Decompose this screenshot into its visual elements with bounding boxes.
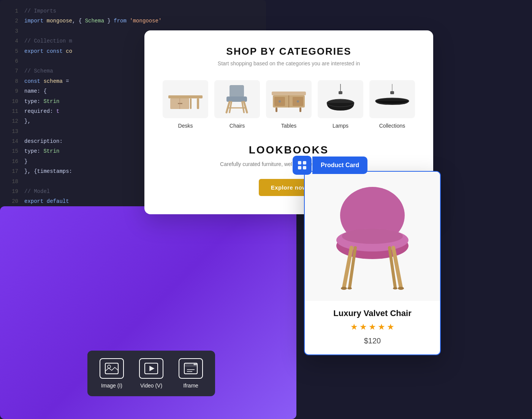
svg-point-37 xyxy=(342,229,403,244)
svg-rect-4 xyxy=(178,103,182,104)
toolbar-video-label: Video (V) xyxy=(140,383,162,389)
video-icon-box xyxy=(139,358,163,379)
badge-label-text: Product Card xyxy=(312,157,367,174)
product-chair-image xyxy=(323,177,422,295)
image-icon-box xyxy=(100,358,124,379)
category-desks-image xyxy=(163,80,208,118)
iframe-icon xyxy=(184,363,198,374)
category-tables-image xyxy=(266,80,312,118)
category-desks[interactable]: Desks xyxy=(163,80,208,129)
svg-rect-20 xyxy=(299,108,301,112)
svg-rect-54 xyxy=(194,364,195,365)
category-tables-label: Tables xyxy=(281,123,296,129)
bottom-toolbar: Image (I) Video (V) Iframe xyxy=(87,351,215,396)
lookbooks-title: LOOKBOOKS xyxy=(163,144,415,156)
categories-row: Desks Chairs xyxy=(163,80,415,129)
iframe-icon-box xyxy=(179,358,203,379)
svg-point-42 xyxy=(341,287,347,290)
category-chairs[interactable]: Chairs xyxy=(214,80,260,129)
toolbar-item-image[interactable]: Image (I) xyxy=(100,358,124,389)
svg-rect-2 xyxy=(197,98,199,109)
svg-rect-19 xyxy=(276,108,277,112)
product-card: Luxury Valvet Chair ★ ★ ★ ★ ★ $120 xyxy=(304,171,441,355)
svg-rect-30 xyxy=(298,161,301,164)
svg-rect-24 xyxy=(339,91,342,94)
svg-rect-33 xyxy=(303,166,306,169)
product-image-area xyxy=(305,172,440,301)
category-desks-label: Desks xyxy=(178,123,193,129)
svg-point-47 xyxy=(108,365,111,368)
svg-point-43 xyxy=(398,287,404,290)
lamp-icon xyxy=(321,82,359,116)
svg-rect-29 xyxy=(390,91,394,94)
shop-title: SHOP BY CATEGORIES xyxy=(163,46,415,57)
svg-rect-6 xyxy=(230,85,244,97)
svg-rect-0 xyxy=(168,95,203,98)
category-chairs-image xyxy=(214,80,260,118)
product-price: $120 xyxy=(314,337,431,345)
toolbar-iframe-label: Iframe xyxy=(183,383,198,389)
toolbar-item-iframe[interactable]: Iframe xyxy=(179,358,203,389)
category-lamps[interactable]: Lamps xyxy=(318,80,363,129)
lookbooks-subtitle: Carefully curated furniture, well matche… xyxy=(163,160,415,168)
star-2: ★ xyxy=(359,322,367,332)
image-icon xyxy=(105,363,119,374)
product-rating: ★ ★ ★ ★ ★ xyxy=(314,322,431,332)
category-tables[interactable]: Tables xyxy=(266,80,312,129)
star-4: ★ xyxy=(378,322,385,332)
category-collections-label: Collections xyxy=(379,123,405,129)
star-1: ★ xyxy=(350,322,358,332)
svg-rect-55 xyxy=(195,364,196,365)
toolbar-image-label: Image (I) xyxy=(101,383,122,389)
product-card-badge[interactable]: Product Card xyxy=(293,156,367,175)
svg-point-18 xyxy=(297,100,299,103)
badge-icon xyxy=(293,156,312,175)
category-chairs-label: Chairs xyxy=(230,123,245,129)
svg-rect-3 xyxy=(190,98,192,109)
shop-subtitle: Start shopping based on the categories y… xyxy=(163,60,415,66)
svg-rect-31 xyxy=(303,161,306,164)
star-5: ★ xyxy=(387,322,394,332)
grid-icon xyxy=(297,160,307,171)
product-name: Luxury Valvet Chair xyxy=(314,308,431,318)
collections-lamp-icon xyxy=(373,82,411,116)
svg-point-44 xyxy=(347,287,352,289)
category-lamps-label: Lamps xyxy=(332,123,348,129)
desk-icon xyxy=(166,84,204,114)
svg-marker-49 xyxy=(150,366,154,371)
video-icon xyxy=(144,363,158,374)
toolbar-item-video[interactable]: Video (V) xyxy=(139,358,163,389)
chair-icon xyxy=(218,82,256,116)
svg-point-45 xyxy=(393,287,397,289)
category-collections-image xyxy=(369,80,415,118)
svg-point-17 xyxy=(279,100,281,103)
category-lamps-image xyxy=(318,80,363,118)
category-collections[interactable]: Collections xyxy=(369,80,415,129)
svg-rect-13 xyxy=(272,92,306,95)
product-info: Luxury Valvet Chair ★ ★ ★ ★ ★ $120 xyxy=(305,301,440,345)
table-icon xyxy=(270,84,308,114)
star-3: ★ xyxy=(369,322,376,332)
svg-rect-32 xyxy=(298,166,301,169)
